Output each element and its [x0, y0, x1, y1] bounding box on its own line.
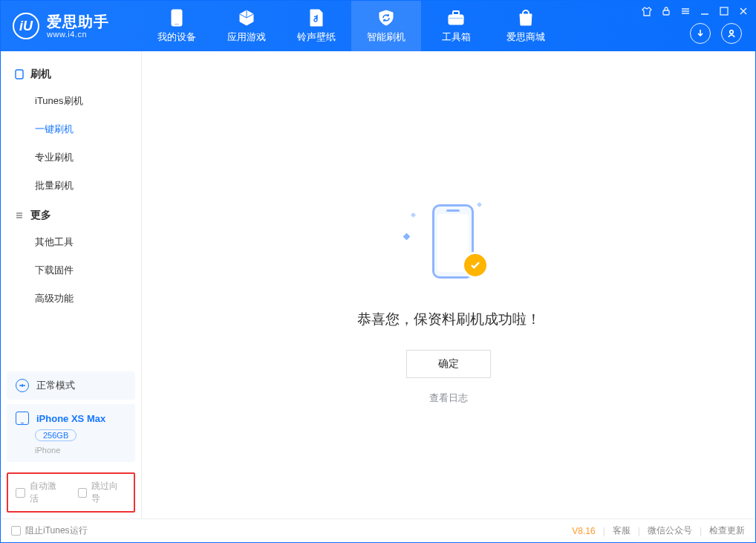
nav-tabs: 我的设备 应用游戏 铃声壁纸 智能刷机 工具箱 爱思商城 — [142, 1, 561, 51]
toolbox-icon — [446, 8, 466, 27]
sidebar-group-title: 更多 — [30, 209, 51, 222]
svg-rect-5 — [663, 10, 669, 15]
refresh-shield-icon — [377, 8, 396, 27]
checkbox-skip-guide[interactable]: 跳过向导 — [78, 480, 127, 505]
brand-title: 爱思助手 — [47, 13, 109, 30]
nav-tab-ringtones[interactable]: 铃声壁纸 — [281, 1, 351, 51]
sidebar-scroll: 刷机 iTunes刷机 一键刷机 专业刷机 批量刷机 更多 其他工具 下载固件 … — [1, 51, 141, 371]
checkbox-box-icon — [16, 488, 25, 498]
svg-rect-2 — [449, 15, 463, 25]
bag-icon — [516, 8, 535, 27]
checkbox-auto-activate[interactable]: 自动激活 — [16, 480, 65, 505]
svg-rect-1 — [175, 24, 179, 25]
svg-point-7 — [730, 30, 734, 34]
flash-options-row: 自动激活 跳过向导 — [7, 472, 135, 513]
music-file-icon — [307, 8, 326, 27]
statusbar: 阻止iTunes运行 V8.16 | 客服 | 微信公众号 | 检查更新 — [1, 518, 755, 542]
nav-tab-store[interactable]: 爱思商城 — [491, 1, 561, 51]
version-label: V8.16 — [572, 526, 595, 536]
check-badge-icon — [462, 252, 489, 279]
svg-rect-4 — [449, 18, 463, 19]
nav-tab-label: 应用游戏 — [227, 30, 266, 44]
titlebar: iU 爱思助手 www.i4.cn 我的设备 应用游戏 铃声壁纸 智能刷机 — [1, 1, 755, 51]
mode-label: 正常模式 — [36, 379, 75, 392]
brand-logo-icon: iU — [13, 13, 39, 39]
check-update-link[interactable]: 检查更新 — [709, 524, 745, 537]
maximize-icon[interactable] — [718, 5, 730, 17]
list-small-icon — [14, 210, 25, 221]
device-small-icon — [16, 412, 29, 425]
brand-subtitle: www.i4.cn — [47, 30, 109, 39]
nav-tab-label: 智能刷机 — [367, 30, 405, 44]
success-message: 恭喜您，保资料刷机成功啦！ — [357, 310, 541, 329]
sidebar-item-oneclick-flash[interactable]: 一键刷机 — [1, 115, 141, 143]
sidebar-item-itunes-flash[interactable]: iTunes刷机 — [1, 87, 141, 115]
svg-rect-3 — [453, 11, 459, 15]
sidebar-item-pro-flash[interactable]: 专业刷机 — [1, 143, 141, 172]
checkbox-label: 自动激活 — [30, 480, 65, 505]
sidebar-item-advanced[interactable]: 高级功能 — [1, 284, 141, 313]
checkbox-box-icon — [11, 526, 21, 536]
nav-tab-label: 我的设备 — [157, 30, 196, 44]
mode-icon — [16, 379, 29, 392]
ok-button[interactable]: 确定 — [406, 350, 491, 378]
nav-tab-label: 铃声壁纸 — [297, 30, 336, 44]
app-window: iU 爱思助手 www.i4.cn 我的设备 应用游戏 铃声壁纸 智能刷机 — [0, 0, 756, 543]
mode-card[interactable]: 正常模式 — [7, 371, 135, 400]
app-body: 刷机 iTunes刷机 一键刷机 专业刷机 批量刷机 更多 其他工具 下载固件 … — [1, 51, 755, 518]
nav-tab-my-device[interactable]: 我的设备 — [142, 1, 212, 51]
titlebar-actions — [690, 23, 742, 44]
checkbox-block-itunes[interactable]: 阻止iTunes运行 — [11, 524, 88, 537]
sidebar-group-title: 刷机 — [30, 68, 51, 81]
shirt-icon[interactable] — [641, 5, 653, 17]
brand-logo-text: iU — [19, 19, 33, 34]
device-card[interactable]: iPhone XS Max 256GB iPhone — [7, 404, 135, 462]
menu-icon[interactable] — [680, 5, 691, 17]
brand-text: 爱思助手 www.i4.cn — [47, 13, 109, 39]
brand: iU 爱思助手 www.i4.cn — [1, 1, 142, 51]
sidebar-bottom: 正常模式 iPhone XS Max 256GB iPhone — [1, 371, 141, 468]
close-icon[interactable] — [737, 5, 749, 17]
device-capacity: 256GB — [35, 429, 76, 441]
nav-tab-label: 工具箱 — [442, 30, 471, 44]
customer-service-link[interactable]: 客服 — [613, 524, 630, 537]
sidebar-item-other-tools[interactable]: 其他工具 — [1, 228, 141, 256]
sidebar-group-more: 更多 — [1, 200, 141, 228]
sidebar-item-batch-flash[interactable]: 批量刷机 — [1, 172, 141, 200]
download-button[interactable] — [690, 23, 711, 44]
cube-icon — [237, 8, 256, 27]
success-illustration — [404, 200, 493, 289]
minimize-icon[interactable] — [699, 5, 711, 17]
sidebar-group-flash: 刷机 — [1, 59, 141, 87]
checkbox-box-icon — [78, 488, 88, 498]
svg-rect-8 — [16, 70, 23, 79]
device-name: iPhone XS Max — [36, 413, 105, 424]
main-content: 恭喜您，保资料刷机成功啦！ 确定 查看日志 — [142, 51, 755, 518]
view-log-link[interactable]: 查看日志 — [429, 391, 468, 405]
wechat-link[interactable]: 微信公众号 — [648, 524, 692, 537]
phone-small-icon — [14, 69, 25, 79]
sidebar-item-download-firmware[interactable]: 下载固件 — [1, 256, 141, 284]
nav-tab-flash[interactable]: 智能刷机 — [351, 1, 421, 51]
lock-icon[interactable] — [660, 5, 672, 17]
svg-rect-6 — [720, 7, 728, 15]
device-icon — [167, 8, 186, 27]
sidebar: 刷机 iTunes刷机 一键刷机 专业刷机 批量刷机 更多 其他工具 下载固件 … — [1, 51, 142, 518]
window-controls — [641, 5, 749, 17]
checkbox-label: 跳过向导 — [91, 480, 126, 505]
nav-tab-toolbox[interactable]: 工具箱 — [421, 1, 491, 51]
nav-tab-label: 爱思商城 — [506, 30, 545, 44]
device-type: iPhone — [35, 446, 126, 455]
user-button[interactable] — [721, 23, 742, 44]
nav-tab-apps[interactable]: 应用游戏 — [212, 1, 281, 51]
checkbox-label: 阻止iTunes运行 — [25, 524, 88, 537]
